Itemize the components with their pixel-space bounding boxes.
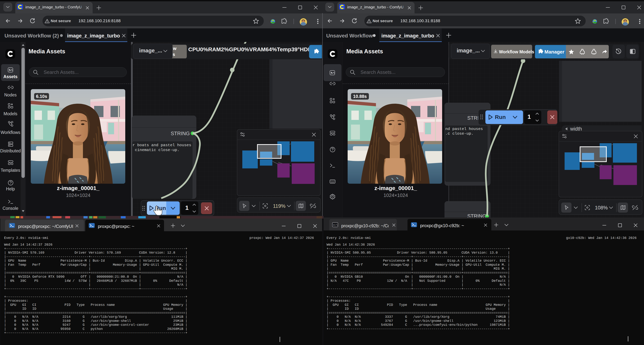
svg-text:c:\: c:\ bbox=[333, 224, 338, 226]
